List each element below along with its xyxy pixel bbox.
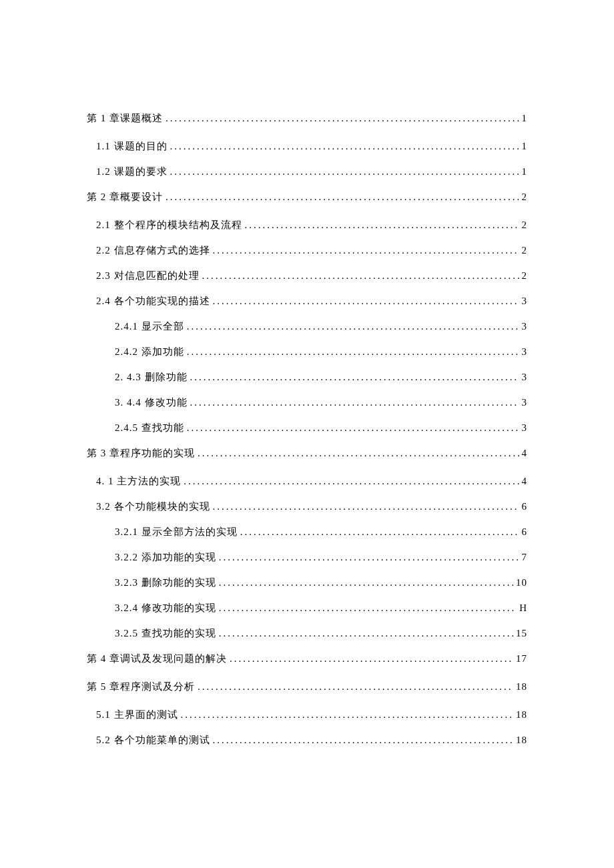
toc-entry: 2.2 信息存储方式的选择2 xyxy=(96,242,527,258)
toc-title: 3.2 各个功能模块的实现 xyxy=(96,498,210,514)
toc-entry: 5.2 各个功能菜单的测试18 xyxy=(96,732,527,748)
toc-page: 2 xyxy=(522,242,528,258)
toc-dots xyxy=(198,679,513,695)
toc-title: 2. 4.3 删除功能 xyxy=(115,369,188,385)
toc-entry: 2. 4.3 删除功能3 xyxy=(115,369,527,385)
toc-page: 18 xyxy=(516,679,527,695)
toc-dots xyxy=(198,445,519,461)
toc-page: 4 xyxy=(522,445,528,461)
toc-title: 第 3 章程序功能的实现 xyxy=(87,445,195,461)
toc-entry: 第 2 章概要设计2 xyxy=(87,189,527,205)
toc-dots xyxy=(190,369,519,385)
toc-entry: 2.4.5 查找功能3 xyxy=(115,420,527,436)
toc-page: 10 xyxy=(516,574,527,590)
toc-page: 15 xyxy=(516,625,527,641)
toc-title: 第 1 章课题概述 xyxy=(87,110,163,126)
toc-entry: 第 3 章程序功能的实现4 xyxy=(87,445,527,461)
toc-dots xyxy=(184,473,519,489)
toc-page: 7 xyxy=(522,549,528,565)
toc-entry: 5.1 主界面的测试18 xyxy=(96,707,527,723)
toc-entry: 2.4.1 显示全部3 xyxy=(115,318,527,334)
toc-title: 3.2.3 删除功能的实现 xyxy=(115,574,216,590)
toc-dots xyxy=(187,420,519,436)
toc-title: 2.3 对信息匹配的处理 xyxy=(96,268,200,284)
toc-entry: 2.1 整个程序的模块结构及流程2 xyxy=(96,217,527,233)
toc-title: 2.4 各个功能实现的描述 xyxy=(96,293,210,309)
toc-title: 第 2 章概要设计 xyxy=(87,189,163,205)
toc-dots xyxy=(170,163,519,179)
toc-page: H xyxy=(519,600,527,616)
toc-page: 17 xyxy=(516,650,527,667)
toc-dots xyxy=(190,394,519,410)
toc-entry: 3. 4.4 修改功能3 xyxy=(115,394,527,410)
toc-title: 3.2.5 查找功能的实现 xyxy=(115,625,216,641)
toc-page: 18 xyxy=(516,707,527,723)
toc-dots xyxy=(219,549,519,565)
toc-page: 3 xyxy=(522,369,528,385)
toc-page: 4 xyxy=(522,473,528,489)
toc-dots xyxy=(202,268,519,284)
toc-entry: 第 1 章课题概述1 xyxy=(87,110,527,126)
toc-page: 1 xyxy=(522,163,528,179)
toc-title: 3.2.4 修改功能的实现 xyxy=(115,600,216,616)
toc-entry: 3.2.4 修改功能的实现H xyxy=(115,600,527,616)
toc-entry: 3.2.5 查找功能的实现15 xyxy=(115,625,527,641)
toc-entry: 2.4.2 添加功能3 xyxy=(115,344,527,360)
toc-dots xyxy=(213,293,519,309)
toc-page: 3 xyxy=(522,344,528,360)
toc-title: 4. 1 主方法的实现 xyxy=(96,473,181,489)
toc-dots xyxy=(219,625,513,641)
toc-title: 2.2 信息存储方式的选择 xyxy=(96,242,210,258)
toc-page: 6 xyxy=(522,498,528,514)
toc-dots xyxy=(240,524,519,540)
toc-title: 3.2.1 显示全部方法的实现 xyxy=(115,524,238,540)
toc-title: 3. 4.4 修改功能 xyxy=(115,394,188,410)
toc-entry: 3.2.2 添加功能的实现7 xyxy=(115,549,527,565)
toc-page: 2 xyxy=(522,189,528,205)
toc-dots xyxy=(213,242,519,258)
toc-dots xyxy=(187,318,519,334)
toc-dots xyxy=(187,344,519,360)
toc-title: 5.2 各个功能菜单的测试 xyxy=(96,732,210,748)
toc-entry: 3.2 各个功能模块的实现6 xyxy=(96,498,527,514)
toc-dots xyxy=(213,732,514,748)
toc-entry: 3.2.1 显示全部方法的实现6 xyxy=(115,524,527,540)
toc-entry: 3.2.3 删除功能的实现10 xyxy=(115,574,527,590)
toc-title: 2.4.1 显示全部 xyxy=(115,318,184,334)
toc-page: 1 xyxy=(522,110,528,126)
toc-title: 第 4 章调试及发现问题的解决 xyxy=(87,650,227,667)
toc-dots xyxy=(166,110,519,126)
toc-dots xyxy=(166,189,519,205)
toc-entry: 第 5 章程序测试及分析18 xyxy=(87,679,527,695)
toc-page: 3 xyxy=(522,394,528,410)
toc-title: 2.4.2 添加功能 xyxy=(115,344,184,360)
table-of-contents: 第 1 章课题概述1 1.1 课题的目的1 1.2 课题的要求1 第 2 章概要… xyxy=(87,110,527,748)
toc-page: 3 xyxy=(522,293,528,309)
toc-title: 2.4.5 查找功能 xyxy=(115,420,184,436)
toc-title: 2.1 整个程序的模块结构及流程 xyxy=(96,217,242,233)
toc-entry: 2.3 对信息匹配的处理2 xyxy=(96,268,527,284)
toc-dots xyxy=(219,574,513,590)
toc-page: 18 xyxy=(516,732,527,748)
toc-dots xyxy=(219,600,517,616)
toc-title: 1.1 课题的目的 xyxy=(96,138,168,154)
toc-entry: 第 4 章调试及发现问题的解决17 xyxy=(87,650,527,667)
toc-title: 5.1 主界面的测试 xyxy=(96,707,178,723)
toc-title: 1.2 课题的要求 xyxy=(96,163,168,179)
toc-dots xyxy=(170,138,519,154)
toc-entry: 1.1 课题的目的1 xyxy=(96,138,527,154)
toc-title: 3.2.2 添加功能的实现 xyxy=(115,549,216,565)
toc-dots xyxy=(245,217,519,233)
toc-entry: 4. 1 主方法的实现4 xyxy=(96,473,527,489)
toc-entry: 1.2 课题的要求1 xyxy=(96,163,527,179)
toc-dots xyxy=(230,650,513,667)
toc-page: 2 xyxy=(522,268,528,284)
toc-dots xyxy=(213,498,519,514)
toc-title: 第 5 章程序测试及分析 xyxy=(87,679,195,695)
toc-page: 3 xyxy=(522,420,528,436)
toc-page: 3 xyxy=(522,318,528,334)
toc-page: 2 xyxy=(522,217,528,233)
toc-dots xyxy=(181,707,514,723)
toc-page: 1 xyxy=(522,138,528,154)
toc-page: 6 xyxy=(522,524,528,540)
